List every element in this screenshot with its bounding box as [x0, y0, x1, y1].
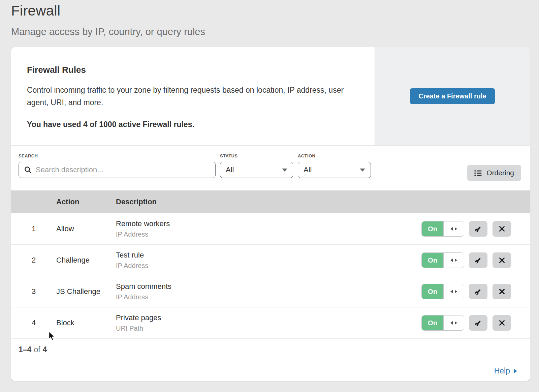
- triangle-left-icon: [450, 290, 453, 293]
- delete-rule-button[interactable]: [493, 252, 511, 268]
- delete-rule-button[interactable]: [493, 284, 511, 299]
- wrench-icon: [474, 224, 483, 233]
- create-firewall-rule-button[interactable]: Create a Firewall rule: [410, 88, 495, 104]
- rule-controls: On: [421, 252, 530, 268]
- triangle-right-icon: [455, 227, 457, 231]
- rule-title: Spam comments: [116, 282, 421, 291]
- toggle-drag-handle[interactable]: [443, 221, 464, 236]
- table-row: 1 Allow Remote workers IP Address On: [11, 213, 530, 245]
- toggle-on-segment[interactable]: On: [422, 315, 443, 330]
- rule-title: Remote workers: [116, 219, 421, 228]
- chevron-down-icon: [360, 169, 365, 172]
- rule-title: Private pages: [116, 313, 421, 322]
- wrench-icon: [474, 287, 483, 296]
- wrench-icon: [474, 256, 483, 265]
- ordering-label: Ordering: [486, 169, 514, 177]
- action-label: ACTION: [298, 153, 371, 158]
- triangle-left-icon: [450, 227, 453, 231]
- toggle-on-segment[interactable]: On: [422, 284, 443, 299]
- page-header: Firewall Manage access by IP, country, o…: [0, 0, 539, 37]
- rule-action: Challenge: [56, 256, 116, 265]
- firewall-rules-usage: You have used 4 of 1000 active Firewall …: [27, 120, 361, 129]
- rule-priority: 3: [11, 287, 56, 296]
- toggle-on-segment[interactable]: On: [422, 221, 443, 236]
- toggle-drag-handle[interactable]: [443, 253, 464, 268]
- toggle-drag-handle[interactable]: [443, 315, 464, 330]
- rule-controls: On: [421, 315, 530, 331]
- rule-enabled-toggle[interactable]: On: [421, 221, 464, 237]
- table-row: 4 Block Private pages URI Path On: [11, 307, 530, 339]
- create-rule-panel: Create a Firewall rule: [375, 47, 530, 145]
- toggle-on-segment[interactable]: On: [422, 253, 443, 268]
- rule-description: Private pages URI Path: [116, 313, 421, 332]
- rule-enabled-toggle[interactable]: On: [421, 252, 464, 268]
- triangle-right-icon: [455, 290, 457, 293]
- rule-enabled-toggle[interactable]: On: [421, 315, 464, 331]
- pagination-row: 1–4 of 4: [11, 339, 530, 361]
- rule-enabled-toggle[interactable]: On: [421, 284, 464, 299]
- table-row: 2 Challenge Test rule IP Address On: [11, 245, 530, 276]
- action-selected-value: All: [304, 165, 312, 174]
- x-icon: [498, 225, 506, 233]
- edit-rule-button[interactable]: [469, 252, 487, 268]
- rule-controls: On: [421, 284, 530, 299]
- status-group: STATUS All: [220, 153, 293, 178]
- table-row: 3 JS Challenge Spam comments IP Address …: [11, 276, 530, 307]
- delete-rule-button[interactable]: [493, 315, 511, 331]
- pagination-of: of: [34, 345, 40, 354]
- pagination-total: 4: [43, 345, 47, 354]
- triangle-left-icon: [450, 321, 453, 325]
- rule-action: Block: [56, 319, 116, 327]
- page-subtitle: Manage access by IP, country, or query r…: [11, 26, 539, 37]
- rule-priority: 4: [11, 319, 56, 327]
- toggle-drag-handle[interactable]: [443, 284, 464, 299]
- triangle-left-icon: [450, 259, 453, 262]
- rule-field: IP Address: [116, 293, 421, 301]
- table-header: Action Description: [11, 190, 530, 213]
- filter-bar: SEARCH STATUS All ACTION All: [11, 146, 530, 190]
- search-input[interactable]: [19, 162, 216, 178]
- rule-priority: 1: [11, 224, 56, 233]
- edit-rule-button[interactable]: [469, 221, 487, 237]
- firewall-rules-intro: Firewall Rules Control incoming traffic …: [11, 47, 375, 145]
- rule-controls: On: [421, 221, 530, 237]
- status-label: STATUS: [220, 153, 293, 158]
- search-label: SEARCH: [19, 153, 216, 158]
- chevron-down-icon: [282, 169, 287, 172]
- ordered-list-icon: [474, 170, 482, 176]
- search-icon: [24, 166, 32, 174]
- ordering-button[interactable]: Ordering: [467, 165, 521, 181]
- status-select[interactable]: All: [220, 162, 293, 178]
- action-group: ACTION All: [298, 153, 371, 178]
- description-column-header: Description: [116, 198, 422, 206]
- firewall-rules-heading: Firewall Rules: [27, 65, 361, 75]
- action-column-header: Action: [56, 198, 116, 206]
- help-row: Help: [11, 361, 530, 381]
- rule-action: JS Challenge: [56, 287, 116, 296]
- pagination-range: 1–4: [19, 345, 31, 354]
- rule-description: Spam comments IP Address: [116, 282, 421, 301]
- x-icon: [498, 288, 506, 295]
- triangle-right-icon: [455, 259, 457, 262]
- rule-action: Allow: [56, 224, 116, 233]
- x-icon: [498, 319, 506, 327]
- delete-rule-button[interactable]: [493, 221, 511, 237]
- rule-description: Test rule IP Address: [116, 251, 421, 270]
- firewall-rules-description: Control incoming traffic to your zone by…: [27, 84, 347, 109]
- edit-rule-button[interactable]: [469, 284, 487, 299]
- rule-field: URI Path: [116, 325, 421, 332]
- rule-title: Test rule: [116, 251, 421, 260]
- status-selected-value: All: [226, 165, 234, 174]
- page-title: Firewall: [11, 3, 539, 19]
- triangle-right-icon: [455, 321, 457, 325]
- firewall-rules-card: Firewall Rules Control incoming traffic …: [11, 47, 530, 381]
- help-label: Help: [494, 366, 510, 375]
- rule-description: Remote workers IP Address: [116, 219, 421, 238]
- rule-field: IP Address: [116, 231, 421, 238]
- edit-rule-button[interactable]: [469, 315, 487, 331]
- rule-field: IP Address: [116, 262, 421, 270]
- help-link[interactable]: Help: [494, 366, 517, 375]
- action-select[interactable]: All: [298, 162, 371, 178]
- search-group: SEARCH: [19, 153, 216, 178]
- card-top-section: Firewall Rules Control incoming traffic …: [11, 47, 530, 146]
